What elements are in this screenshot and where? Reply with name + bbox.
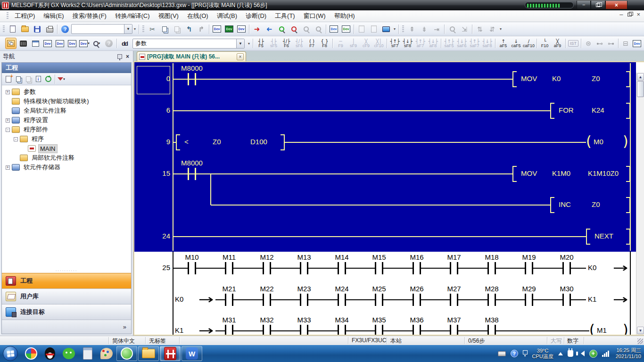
ladder-key-cF10[interactable]: ╳│cF10 <box>372 37 385 50</box>
contact-M22[interactable] <box>263 294 271 306</box>
ladder-key-caF10[interactable]: ∕caF10 <box>522 37 535 50</box>
paste-button[interactable] <box>171 24 182 35</box>
ladder-key-sF6[interactable]: ┤/├sF6 <box>293 37 305 50</box>
ladder-canvas[interactable]: 0M8000MOVK0Z06FORK249<Z0D100(M0)15M8000M… <box>134 62 636 335</box>
ladder-key-saF7[interactable]: ┤↑├saF7 <box>468 37 481 50</box>
menu-item[interactable]: 转换/编译(C) <box>111 10 154 22</box>
ladder-jump-button[interactable]: ⇥ <box>431 24 442 35</box>
copy-button[interactable] <box>159 24 170 35</box>
new-data-button[interactable] <box>4 74 13 84</box>
find-device-button[interactable] <box>446 24 458 35</box>
device-test-button[interactable]: Dev <box>236 24 247 35</box>
mdi-minimize-button[interactable]: – <box>619 12 623 17</box>
contact-M20[interactable] <box>562 262 571 274</box>
menu-item[interactable]: 窗口(W) <box>299 10 330 22</box>
taskbar-paint-button[interactable] <box>99 346 114 361</box>
ladder-key-aF9[interactable]: ╳aF9 <box>551 37 564 50</box>
help-button[interactable]: ? <box>59 24 71 35</box>
ist-edit-button[interactable]: IST <box>568 40 578 47</box>
device-register-monitor-button[interactable]: Dev <box>340 24 352 35</box>
tree-item-特殊模块(智能功能模块)[interactable]: 特殊模块(智能功能模块) <box>2 97 131 106</box>
tree-item-MAIN[interactable]: MAIN <box>2 144 131 153</box>
volume-button[interactable] <box>578 351 585 356</box>
device-batch-monitor-button[interactable]: Dev <box>328 24 339 35</box>
contact-M25[interactable] <box>375 294 383 306</box>
trace-button[interactable]: ⊟ <box>620 38 631 49</box>
tree-item-程序设置[interactable]: +程序设置 <box>2 115 131 125</box>
menu-item[interactable]: 调试(B) <box>213 10 241 22</box>
note-button[interactable] <box>368 24 380 35</box>
ladder-key-sF5[interactable]: ┤├sF5 <box>267 37 280 50</box>
start-button[interactable] <box>3 346 18 361</box>
edit-connect-line-button[interactable]: ⊷ <box>594 38 605 49</box>
mdi-close-button[interactable]: × <box>636 12 640 17</box>
device-comment-display-button[interactable]: Dev <box>42 38 53 49</box>
redo-button[interactable]: ↱ <box>196 24 207 35</box>
contact-M37[interactable] <box>450 325 458 335</box>
restore-button[interactable] <box>591 0 605 9</box>
menu-item[interactable]: 工程(P) <box>10 10 39 22</box>
ladder-key-aF5[interactable]: ↑aF5 <box>497 37 510 50</box>
delete-connect-line-button[interactable]: ⊶ <box>606 38 616 49</box>
ladder-key-aF7[interactable]: ┤↑├aF7 <box>414 37 427 50</box>
resize-grip[interactable] <box>637 338 643 344</box>
taskbar-qq-button[interactable] <box>43 346 57 361</box>
watch-insert-button[interactable]: Dev <box>632 38 642 49</box>
toolbar-overflow-button[interactable]: ▾ <box>134 28 136 30</box>
paste-data-button[interactable] <box>24 74 33 84</box>
contact-M21[interactable] <box>225 294 233 306</box>
toolbar-overflow-button[interactable]: ▾ <box>500 28 502 30</box>
ladder-key-F10[interactable]: └F10 <box>538 37 551 50</box>
ladder-key-F6[interactable]: ┤/├F6 <box>280 37 293 50</box>
outline-list-button[interactable] <box>30 38 41 49</box>
statement-button[interactable] <box>356 24 367 35</box>
contact-M31[interactable] <box>225 325 233 335</box>
cut-button[interactable]: ✂ <box>147 24 158 35</box>
tree-item-局部软元件注释[interactable]: 局部软元件注释 <box>2 153 131 163</box>
taskbar-360-browser-button[interactable] <box>24 346 38 361</box>
coil-label-M1[interactable]: M1 <box>597 326 607 334</box>
ladder-key-F8[interactable]: { }F8 <box>318 37 331 50</box>
new-project-button[interactable] <box>7 24 18 35</box>
input-keyboard-button[interactable] <box>498 351 506 356</box>
nav-mode-连接目标[interactable]: 连接目标 <box>2 304 131 320</box>
device-statement-display-button[interactable]: Dev <box>54 38 66 49</box>
print-button[interactable] <box>44 24 55 35</box>
ladder-key-F9[interactable]: ─F9 <box>334 37 347 50</box>
monitor-start-button[interactable] <box>276 24 287 35</box>
open-project-button[interactable] <box>19 24 31 35</box>
tree-item-软元件存储器[interactable]: +软元件存储器 <box>2 163 131 172</box>
device-list-button[interactable]: ⇵ <box>487 24 498 35</box>
ladder-key-aF8[interactable]: ┤↓├aF8 <box>427 37 439 50</box>
find-step-button[interactable]: ⇲ <box>459 24 470 35</box>
tree-item-程序[interactable]: -程序 <box>2 134 131 144</box>
undo-button[interactable]: ↰ <box>183 24 195 35</box>
menu-item[interactable]: 搜索/替换(F) <box>68 10 111 22</box>
tray-help-button[interactable]: ? <box>511 350 518 357</box>
tree-expander[interactable]: + <box>6 165 10 170</box>
document-tab[interactable]: [PRG]读取 MAIN (只读) 56... × <box>137 51 246 61</box>
taskbar-wechat-button[interactable] <box>62 346 76 361</box>
monitor-resume-button[interactable] <box>313 24 324 35</box>
ladder-key-saF6[interactable]: ┤↓├saF6 <box>455 37 468 50</box>
contact-M10[interactable] <box>188 262 196 274</box>
contact-M12[interactable] <box>263 262 271 274</box>
scroll-down-button[interactable]: ▼ <box>637 327 644 334</box>
tray-window-button[interactable]: ▾ <box>523 350 528 357</box>
device-display-mode-button[interactable]: Dev▾ <box>79 38 90 49</box>
power-status-button[interactable] <box>568 350 573 357</box>
ladder-block-down-button[interactable]: ⇟ <box>419 24 430 35</box>
module-config-button[interactable] <box>17 38 29 49</box>
tree-item-参数[interactable]: +参数 <box>2 87 131 97</box>
tree-expander[interactable]: + <box>6 118 10 123</box>
ladder-key-saF5[interactable]: ┤↑├saF5 <box>443 37 455 50</box>
contact-M15[interactable] <box>375 262 383 274</box>
menu-item[interactable]: 帮助(H) <box>330 10 359 22</box>
more-buttons-chevron[interactable]: » <box>123 323 126 330</box>
combo-dropdown-icon[interactable]: ▼ <box>236 39 244 48</box>
contact-M34[interactable] <box>338 325 346 335</box>
taskbar-calculator-button[interactable] <box>81 346 95 361</box>
vertical-scrollbar[interactable]: ▲ ▼ <box>636 73 644 335</box>
monitor-stop-button[interactable] <box>288 24 299 35</box>
ladder-key-caF5[interactable]: ↓caF5 <box>510 37 522 50</box>
